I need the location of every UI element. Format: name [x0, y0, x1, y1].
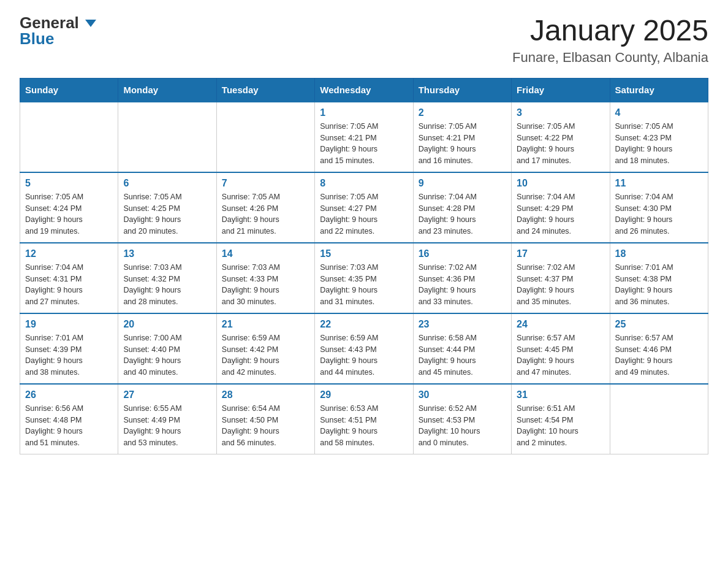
day-info: Sunrise: 7:05 AM Sunset: 4:23 PM Dayligh… — [615, 121, 703, 167]
day-info: Sunrise: 7:02 AM Sunset: 4:37 PM Dayligh… — [517, 262, 604, 308]
day-number: 1 — [320, 107, 408, 118]
day-info: Sunrise: 6:59 AM Sunset: 4:42 PM Dayligh… — [222, 332, 309, 378]
day-number: 13 — [123, 248, 211, 259]
day-number: 10 — [517, 178, 604, 189]
calendar-cell: 29Sunrise: 6:53 AM Sunset: 4:51 PM Dayli… — [315, 384, 413, 454]
day-info: Sunrise: 7:03 AM Sunset: 4:32 PM Dayligh… — [123, 262, 211, 308]
day-number: 4 — [615, 107, 703, 118]
calendar-cell: 2Sunrise: 7:05 AM Sunset: 4:21 PM Daylig… — [413, 102, 511, 172]
day-info: Sunrise: 6:58 AM Sunset: 4:44 PM Dayligh… — [419, 332, 506, 378]
calendar-header-sunday: Sunday — [20, 78, 118, 102]
calendar-cell: 8Sunrise: 7:05 AM Sunset: 4:27 PM Daylig… — [315, 172, 413, 243]
day-number: 7 — [222, 178, 309, 189]
calendar-cell: 7Sunrise: 7:05 AM Sunset: 4:26 PM Daylig… — [216, 172, 314, 243]
day-info: Sunrise: 7:00 AM Sunset: 4:40 PM Dayligh… — [123, 332, 211, 378]
day-number: 15 — [320, 248, 408, 259]
logo-general-text: General — [20, 15, 96, 31]
day-info: Sunrise: 7:05 AM Sunset: 4:21 PM Dayligh… — [320, 121, 408, 167]
day-number: 23 — [419, 319, 506, 330]
calendar-cell: 23Sunrise: 6:58 AM Sunset: 4:44 PM Dayli… — [413, 313, 511, 384]
calendar-cell — [118, 102, 216, 172]
calendar-cell: 15Sunrise: 7:03 AM Sunset: 4:35 PM Dayli… — [315, 243, 413, 313]
calendar-cell: 20Sunrise: 7:00 AM Sunset: 4:40 PM Dayli… — [118, 313, 216, 384]
day-info: Sunrise: 7:01 AM Sunset: 4:39 PM Dayligh… — [25, 332, 113, 378]
day-info: Sunrise: 7:03 AM Sunset: 4:35 PM Dayligh… — [320, 262, 408, 308]
calendar-week-row-3: 12Sunrise: 7:04 AM Sunset: 4:31 PM Dayli… — [20, 243, 708, 313]
day-number: 27 — [123, 389, 211, 400]
calendar-header-tuesday: Tuesday — [216, 78, 314, 102]
day-number: 3 — [517, 107, 604, 118]
calendar-cell: 3Sunrise: 7:05 AM Sunset: 4:22 PM Daylig… — [512, 102, 610, 172]
calendar-cell: 13Sunrise: 7:03 AM Sunset: 4:32 PM Dayli… — [118, 243, 216, 313]
calendar-cell: 9Sunrise: 7:04 AM Sunset: 4:28 PM Daylig… — [413, 172, 511, 243]
calendar-cell: 31Sunrise: 6:51 AM Sunset: 4:54 PM Dayli… — [512, 384, 610, 454]
calendar-header-monday: Monday — [118, 78, 216, 102]
day-number: 28 — [222, 389, 309, 400]
day-info: Sunrise: 7:04 AM Sunset: 4:29 PM Dayligh… — [517, 191, 604, 237]
day-number: 16 — [419, 248, 506, 259]
calendar-cell — [20, 102, 118, 172]
calendar-cell: 17Sunrise: 7:02 AM Sunset: 4:37 PM Dayli… — [512, 243, 610, 313]
day-info: Sunrise: 6:55 AM Sunset: 4:49 PM Dayligh… — [123, 403, 211, 449]
page-subtitle: Funare, Elbasan County, Albania — [512, 50, 708, 66]
calendar-cell: 1Sunrise: 7:05 AM Sunset: 4:21 PM Daylig… — [315, 102, 413, 172]
day-info: Sunrise: 6:56 AM Sunset: 4:48 PM Dayligh… — [25, 403, 113, 449]
day-number: 17 — [517, 248, 604, 259]
calendar-cell: 24Sunrise: 6:57 AM Sunset: 4:45 PM Dayli… — [512, 313, 610, 384]
day-number: 31 — [517, 389, 604, 400]
calendar-cell: 28Sunrise: 6:54 AM Sunset: 4:50 PM Dayli… — [216, 384, 314, 454]
calendar-cell: 11Sunrise: 7:04 AM Sunset: 4:30 PM Dayli… — [610, 172, 708, 243]
day-info: Sunrise: 6:57 AM Sunset: 4:46 PM Dayligh… — [615, 332, 703, 378]
day-number: 19 — [25, 319, 113, 330]
calendar-cell: 30Sunrise: 6:52 AM Sunset: 4:53 PM Dayli… — [413, 384, 511, 454]
calendar-header-row: SundayMondayTuesdayWednesdayThursdayFrid… — [20, 78, 708, 102]
day-number: 25 — [615, 319, 703, 330]
day-info: Sunrise: 6:59 AM Sunset: 4:43 PM Dayligh… — [320, 332, 408, 378]
day-number: 8 — [320, 178, 408, 189]
page-title: January 2025 — [512, 15, 708, 47]
day-number: 9 — [419, 178, 506, 189]
logo-blue-text: Blue — [20, 31, 54, 47]
calendar-header-thursday: Thursday — [413, 78, 511, 102]
calendar-cell: 18Sunrise: 7:01 AM Sunset: 4:38 PM Dayli… — [610, 243, 708, 313]
day-number: 22 — [320, 319, 408, 330]
calendar-cell: 5Sunrise: 7:05 AM Sunset: 4:24 PM Daylig… — [20, 172, 118, 243]
day-info: Sunrise: 6:52 AM Sunset: 4:53 PM Dayligh… — [419, 403, 506, 449]
calendar-week-row-2: 5Sunrise: 7:05 AM Sunset: 4:24 PM Daylig… — [20, 172, 708, 243]
calendar-cell: 6Sunrise: 7:05 AM Sunset: 4:25 PM Daylig… — [118, 172, 216, 243]
calendar-week-row-4: 19Sunrise: 7:01 AM Sunset: 4:39 PM Dayli… — [20, 313, 708, 384]
calendar-header-friday: Friday — [512, 78, 610, 102]
calendar-week-row-5: 26Sunrise: 6:56 AM Sunset: 4:48 PM Dayli… — [20, 384, 708, 454]
calendar-cell: 12Sunrise: 7:04 AM Sunset: 4:31 PM Dayli… — [20, 243, 118, 313]
day-info: Sunrise: 7:04 AM Sunset: 4:28 PM Dayligh… — [419, 191, 506, 237]
day-number: 29 — [320, 389, 408, 400]
day-info: Sunrise: 7:05 AM Sunset: 4:24 PM Dayligh… — [25, 191, 113, 237]
calendar-cell: 10Sunrise: 7:04 AM Sunset: 4:29 PM Dayli… — [512, 172, 610, 243]
day-number: 21 — [222, 319, 309, 330]
calendar-cell: 19Sunrise: 7:01 AM Sunset: 4:39 PM Dayli… — [20, 313, 118, 384]
day-info: Sunrise: 6:54 AM Sunset: 4:50 PM Dayligh… — [222, 403, 309, 449]
day-number: 14 — [222, 248, 309, 259]
day-info: Sunrise: 6:57 AM Sunset: 4:45 PM Dayligh… — [517, 332, 604, 378]
calendar-header-saturday: Saturday — [610, 78, 708, 102]
page-header: General Blue January 2025 Funare, Elbasa… — [20, 15, 708, 66]
title-area: January 2025 Funare, Elbasan County, Alb… — [512, 15, 708, 66]
day-info: Sunrise: 7:04 AM Sunset: 4:31 PM Dayligh… — [25, 262, 113, 308]
day-number: 11 — [615, 178, 703, 189]
day-info: Sunrise: 7:01 AM Sunset: 4:38 PM Dayligh… — [615, 262, 703, 308]
calendar-cell: 16Sunrise: 7:02 AM Sunset: 4:36 PM Dayli… — [413, 243, 511, 313]
day-info: Sunrise: 7:05 AM Sunset: 4:25 PM Dayligh… — [123, 191, 211, 237]
logo-arrow-icon — [85, 20, 96, 27]
day-info: Sunrise: 6:53 AM Sunset: 4:51 PM Dayligh… — [320, 403, 408, 449]
calendar-cell: 25Sunrise: 6:57 AM Sunset: 4:46 PM Dayli… — [610, 313, 708, 384]
day-number: 24 — [517, 319, 604, 330]
day-info: Sunrise: 7:04 AM Sunset: 4:30 PM Dayligh… — [615, 191, 703, 237]
calendar-cell: 4Sunrise: 7:05 AM Sunset: 4:23 PM Daylig… — [610, 102, 708, 172]
day-info: Sunrise: 7:03 AM Sunset: 4:33 PM Dayligh… — [222, 262, 309, 308]
calendar-cell: 26Sunrise: 6:56 AM Sunset: 4:48 PM Dayli… — [20, 384, 118, 454]
calendar-header-wednesday: Wednesday — [315, 78, 413, 102]
calendar-cell: 14Sunrise: 7:03 AM Sunset: 4:33 PM Dayli… — [216, 243, 314, 313]
day-info: Sunrise: 7:05 AM Sunset: 4:21 PM Dayligh… — [419, 121, 506, 167]
calendar-cell: 21Sunrise: 6:59 AM Sunset: 4:42 PM Dayli… — [216, 313, 314, 384]
day-info: Sunrise: 7:05 AM Sunset: 4:22 PM Dayligh… — [517, 121, 604, 167]
